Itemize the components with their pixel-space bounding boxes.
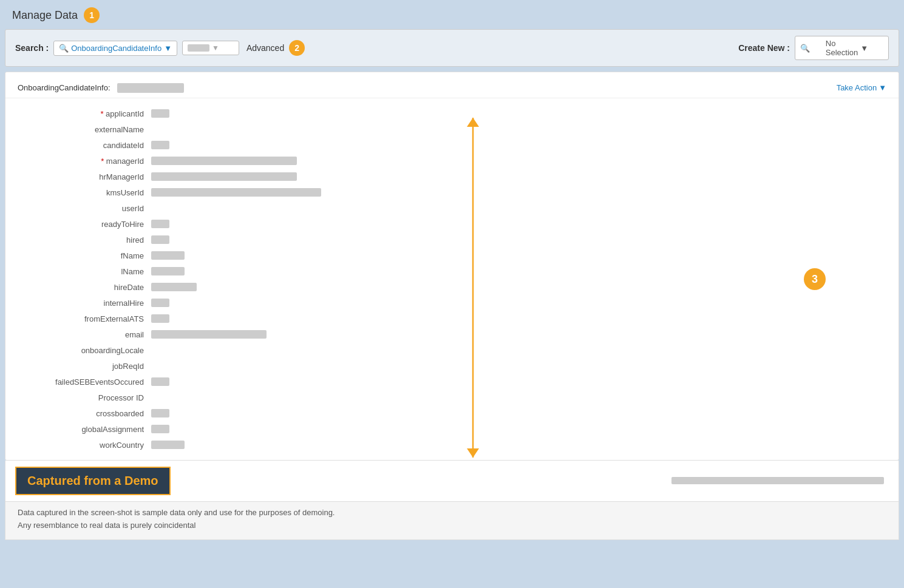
advanced-label: Advanced	[246, 43, 284, 53]
field-label-onboardingLocale: onboardingLocale	[18, 346, 151, 355]
field-label-externalName: externalName	[18, 125, 151, 134]
top-bar: Manage Data 1	[0, 0, 904, 29]
no-selection-arrow: ▼	[860, 44, 883, 53]
search-dropdown-arrow: ▼	[164, 44, 172, 53]
field-value-fromExternalATS	[151, 314, 169, 323]
field-value-readyToHire	[151, 220, 169, 228]
field-label-fName: fName	[18, 251, 151, 260]
search-dropdown[interactable]: 🔍 OnboardingCandidateInfo ▼	[53, 41, 177, 56]
field-row: readyToHire	[18, 216, 886, 232]
field-value-fName	[151, 251, 185, 260]
field-row: Processor ID	[18, 390, 886, 405]
field-value-crossboarded	[151, 409, 169, 417]
second-dropdown[interactable]: ▼	[182, 41, 239, 55]
field-value-failedSEBEventsOccured	[151, 377, 169, 386]
search-value: OnboardingCandidateInfo	[71, 44, 161, 53]
search-label: Search :	[15, 43, 49, 53]
field-label-candidateId: candidateId	[18, 141, 151, 150]
captured-banner: Captured from a Demo	[15, 467, 171, 495]
second-dropdown-value	[188, 44, 209, 52]
field-label-kmsUserId: kmsUserId	[18, 188, 151, 197]
fields-container: 3 applicantId externalName candidateId m…	[5, 98, 899, 460]
field-row: candidateId	[18, 137, 886, 153]
field-label-readyToHire: readyToHire	[18, 220, 151, 229]
main-content: OnboardingCandidateInfo: Take Action ▼ 3…	[5, 72, 899, 461]
second-dropdown-arrow: ▼	[212, 44, 234, 52]
field-row: crossboarded	[18, 405, 886, 421]
field-value-workCountry	[151, 441, 185, 449]
field-row: fName	[18, 248, 886, 263]
field-value-lName	[151, 267, 185, 275]
field-label-hired: hired	[18, 235, 151, 245]
page-title: Manage Data	[12, 9, 78, 22]
field-label-globalAssignment: globalAssignment	[18, 425, 151, 434]
field-row: globalAssignment	[18, 421, 886, 437]
field-row: applicantId	[18, 106, 886, 121]
disclaimer: Data captured in the screen-shot is samp…	[5, 501, 899, 539]
field-label-fromExternalATS: fromExternalATS	[18, 314, 151, 323]
field-row: onboardingLocale	[18, 342, 886, 358]
step-badge-2: 2	[289, 40, 305, 56]
content-title: OnboardingCandidateInfo:	[18, 82, 184, 93]
entity-name: OnboardingCandidateInfo:	[18, 83, 110, 92]
field-row: hireDate	[18, 279, 886, 295]
footer-blurred-status	[671, 477, 884, 484]
field-row: externalName	[18, 121, 886, 137]
field-row: userId	[18, 200, 886, 216]
field-row: hired	[18, 232, 886, 248]
no-selection-icon: 🔍	[800, 44, 823, 53]
field-label-failedSEBEventsOccured: failedSEBEventsOccured	[18, 377, 151, 387]
field-label-processorId: Processor ID	[18, 393, 151, 402]
no-selection-dropdown[interactable]: 🔍 No Selection ▼	[795, 36, 889, 60]
field-value-hired	[151, 235, 169, 244]
field-label-crossboarded: crossboarded	[18, 409, 151, 418]
search-icon: 🔍	[59, 44, 69, 53]
field-value-globalAssignment	[151, 425, 169, 433]
field-row: kmsUserId	[18, 184, 886, 200]
field-row: email	[18, 326, 886, 342]
search-toolbar: Search : 🔍 OnboardingCandidateInfo ▼ ▼ A…	[5, 29, 899, 67]
field-label-applicantId: applicantId	[18, 109, 151, 118]
take-action-button[interactable]: Take Action ▼	[837, 83, 886, 92]
field-value-hireDate	[151, 283, 197, 291]
field-label-workCountry: workCountry	[18, 441, 151, 450]
field-label-userId: userId	[18, 204, 151, 213]
create-new-label: Create New :	[738, 43, 790, 53]
field-row: managerId	[18, 153, 886, 169]
field-label-managerId: managerId	[18, 157, 151, 166]
footer-status-bar	[662, 475, 894, 488]
field-row: hrManagerId	[18, 169, 886, 184]
field-label-hrManagerId: hrManagerId	[18, 172, 151, 181]
field-label-internalHire: internalHire	[18, 299, 151, 308]
take-action-arrow: ▼	[879, 83, 886, 92]
no-selection-value: No Selection	[826, 39, 858, 57]
field-label-jobReqId: jobReqId	[18, 362, 151, 371]
field-value-hrManagerId	[151, 172, 297, 181]
field-value-applicantId	[151, 109, 169, 118]
field-row: workCountry	[18, 437, 886, 453]
field-row: internalHire	[18, 295, 886, 311]
field-value-candidateId	[151, 141, 169, 149]
field-row: lName	[18, 263, 886, 279]
field-label-email: email	[18, 330, 151, 339]
field-row: jobReqId	[18, 358, 886, 374]
step-badge-3: 3	[804, 268, 826, 290]
content-header: OnboardingCandidateInfo: Take Action ▼	[5, 72, 899, 98]
footer-area: Captured from a Demo Data captured in th…	[5, 461, 899, 540]
field-value-kmsUserId	[151, 188, 321, 197]
disclaimer-line1: Data captured in the screen-shot is samp…	[18, 507, 886, 519]
field-value-managerId	[151, 157, 297, 165]
field-label-hireDate: hireDate	[18, 283, 151, 292]
field-value-internalHire	[151, 299, 169, 307]
record-info	[117, 82, 184, 92]
field-row: fromExternalATS	[18, 311, 886, 326]
step-badge-1: 1	[84, 7, 100, 23]
field-value-email	[151, 330, 267, 339]
field-row: failedSEBEventsOccured	[18, 374, 886, 390]
field-label-lName: lName	[18, 267, 151, 276]
disclaimer-line2: Any resemblance to real data is purely c…	[18, 519, 886, 532]
